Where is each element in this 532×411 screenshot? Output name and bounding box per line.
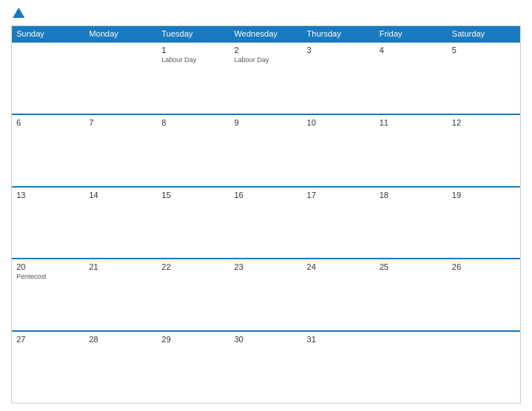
page-header xyxy=(11,7,521,19)
week-row-2: 6789101112 xyxy=(12,114,520,186)
day-header-sunday: Sunday xyxy=(12,26,84,41)
week-row-5: 2728293031 xyxy=(12,330,520,403)
day-number: 27 xyxy=(16,335,80,344)
calendar-weeks: 1Labour Day2Labour Day345678910111213141… xyxy=(12,41,520,403)
day-cell: 10 xyxy=(303,115,375,186)
day-cell: 23 xyxy=(229,259,302,330)
day-cell: 2Labour Day xyxy=(229,43,302,114)
day-cell: 20Pentecost xyxy=(12,259,84,330)
day-number: 14 xyxy=(89,191,152,200)
week-row-1: 1Labour Day2Labour Day345 xyxy=(12,41,520,114)
day-number: 13 xyxy=(16,191,80,200)
day-cell: 13 xyxy=(12,188,84,259)
day-number: 25 xyxy=(380,262,443,271)
day-cell: 24 xyxy=(303,259,375,330)
day-number: 2 xyxy=(234,46,297,55)
day-cell: 29 xyxy=(157,332,229,403)
day-cell: 8 xyxy=(157,115,229,186)
day-header-tuesday: Tuesday xyxy=(157,26,229,41)
day-cell: 25 xyxy=(375,259,448,330)
day-number: 12 xyxy=(452,118,516,127)
day-holiday-label: Labour Day xyxy=(234,56,297,64)
day-header-thursday: Thursday xyxy=(303,26,375,41)
day-number: 23 xyxy=(234,262,297,271)
day-number: 20 xyxy=(16,262,80,271)
day-cell: 28 xyxy=(84,332,157,403)
day-number: 15 xyxy=(161,191,225,200)
logo xyxy=(11,7,25,19)
day-cell: 14 xyxy=(84,188,157,259)
day-number: 17 xyxy=(307,191,371,200)
day-cell: 6 xyxy=(12,115,84,186)
day-number: 31 xyxy=(307,335,371,344)
day-cell xyxy=(12,43,84,114)
day-header-saturday: Saturday xyxy=(448,26,520,41)
day-cell: 27 xyxy=(12,332,84,403)
day-cell: 26 xyxy=(448,259,520,330)
day-cell: 4 xyxy=(375,43,448,114)
day-cell: 7 xyxy=(84,115,157,186)
day-number: 26 xyxy=(452,262,516,271)
day-number: 4 xyxy=(380,46,443,55)
day-cell: 15 xyxy=(157,188,229,259)
day-number: 6 xyxy=(16,118,80,127)
day-cell: 1Labour Day xyxy=(157,43,229,114)
day-number: 11 xyxy=(380,118,443,127)
day-cell: 16 xyxy=(229,188,302,259)
day-header-monday: Monday xyxy=(84,26,157,41)
day-headers-row: SundayMondayTuesdayWednesdayThursdayFrid… xyxy=(12,26,520,41)
day-cell xyxy=(448,332,520,403)
day-cell: 17 xyxy=(303,188,375,259)
day-cell: 5 xyxy=(448,43,520,114)
day-holiday-label: Pentecost xyxy=(16,273,80,280)
day-cell: 31 xyxy=(303,332,375,403)
day-cell xyxy=(84,43,157,114)
day-number: 9 xyxy=(234,118,297,127)
day-number: 3 xyxy=(307,46,371,55)
day-cell: 3 xyxy=(303,43,375,114)
day-number: 22 xyxy=(161,262,225,271)
day-number: 24 xyxy=(307,262,371,271)
day-cell: 12 xyxy=(448,115,520,186)
day-number: 10 xyxy=(307,118,371,127)
day-cell: 30 xyxy=(229,332,302,403)
day-number: 5 xyxy=(452,46,516,55)
day-cell xyxy=(375,332,448,403)
day-cell: 11 xyxy=(375,115,448,186)
day-cell: 21 xyxy=(84,259,157,330)
day-cell: 22 xyxy=(157,259,229,330)
day-number: 21 xyxy=(89,262,152,271)
day-number: 16 xyxy=(234,191,297,200)
logo-triangle-icon xyxy=(13,7,25,18)
day-cell: 19 xyxy=(448,188,520,259)
calendar: SundayMondayTuesdayWednesdayThursdayFrid… xyxy=(11,25,521,404)
day-number: 28 xyxy=(89,335,152,344)
day-number: 1 xyxy=(161,46,225,55)
day-cell: 9 xyxy=(229,115,302,186)
day-number: 18 xyxy=(380,191,443,200)
day-number: 7 xyxy=(89,118,152,127)
day-number: 19 xyxy=(452,191,516,200)
day-number: 30 xyxy=(234,335,297,344)
week-row-3: 13141516171819 xyxy=(12,186,520,259)
day-number: 29 xyxy=(161,335,225,344)
week-row-4: 20Pentecost212223242526 xyxy=(12,258,520,330)
day-holiday-label: Labour Day xyxy=(161,56,225,64)
day-header-friday: Friday xyxy=(375,26,448,41)
day-number: 8 xyxy=(161,118,225,127)
day-cell: 18 xyxy=(375,188,448,259)
day-header-wednesday: Wednesday xyxy=(229,26,302,41)
